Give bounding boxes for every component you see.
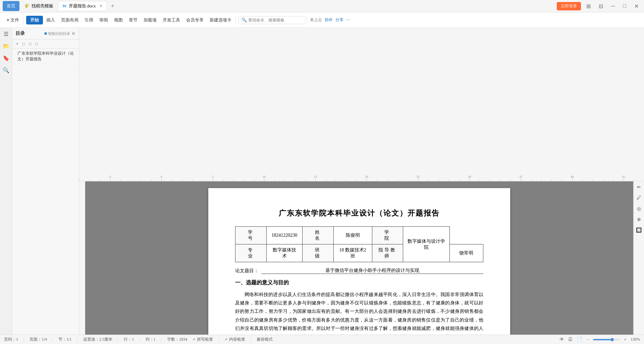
- sidebar-tool-3[interactable]: □: [34, 41, 39, 47]
- row-info: 行：1: [124, 337, 134, 342]
- layout-tab-button[interactable]: 页面布局: [58, 16, 81, 24]
- win-minimize-button[interactable]: ─: [608, 3, 618, 9]
- collab-button[interactable]: 协作: [325, 17, 333, 23]
- document-area: code51.cn-源码乐园盗图必究 广东东软学院本科毕业设计（论文）开题报告 …: [85, 181, 633, 335]
- right-pencil-icon[interactable]: ✏: [635, 183, 643, 191]
- spell-check[interactable]: ✓ 拼写检查: [193, 337, 213, 342]
- membership-tab-button[interactable]: 会员专享: [183, 16, 206, 24]
- win-grid-icon[interactable]: ⊟: [596, 3, 606, 9]
- tab-template[interactable]: 🌾 找稻壳模板: [20, 1, 57, 11]
- view-icon-eye[interactable]: 👁: [559, 337, 564, 342]
- right-circle-icon[interactable]: ◎: [635, 204, 643, 213]
- section1-content[interactable]: 网络和科技的进步以及人们生活条件的提高都让微信小程序越来越平民化，深入日常生活中…: [235, 290, 483, 335]
- view-tab-button[interactable]: 视图: [111, 16, 125, 24]
- search-icon: 🔍: [241, 17, 247, 23]
- review-tab-button[interactable]: 审阅: [97, 16, 111, 24]
- tab-home[interactable]: 首页: [3, 1, 19, 11]
- sidebar-tool-2[interactable]: □: [28, 41, 33, 47]
- label-major: 专 业: [235, 244, 267, 262]
- page-info: 页面：1/4: [30, 337, 47, 342]
- sidebar-tool-add[interactable]: +: [15, 41, 20, 47]
- label-college: 学 院: [372, 227, 403, 244]
- window-controls: 立即登录 ⊞ ⊟ ─ □ ✕: [557, 2, 641, 10]
- view-icon-doc[interactable]: 📄: [577, 337, 582, 342]
- sidebar: 目录 智能识别目录 ✕ + □ □ □ 广东东软学: [12, 28, 79, 335]
- ruler-horizontal: -5051015202530354045: [79, 28, 644, 181]
- sidebar-close-button[interactable]: ✕: [71, 31, 75, 37]
- ref-tab-button[interactable]: 引用: [82, 16, 96, 24]
- sidebar-item[interactable]: 广东东软学院本科毕业设计（论文）开题报告: [12, 49, 79, 64]
- newtab-button[interactable]: 新建选项卡: [207, 16, 234, 24]
- thesis-title-label: 论文题目：: [235, 268, 259, 274]
- zoom-in-button[interactable]: +: [624, 337, 627, 342]
- value-major: 数字媒体技术: [266, 244, 302, 262]
- zoom-level[interactable]: 130%: [631, 337, 640, 342]
- smart-recognize-button[interactable]: 智能识别目录: [44, 31, 70, 36]
- info-table: 学 号 18241220230 姓 名 陈俊明 学 院 数字媒体与设计学院 专: [235, 226, 483, 262]
- smart-recognize-label: 智能识别目录: [48, 31, 70, 36]
- sidebar-tools: + □ □ □: [12, 40, 79, 49]
- chapter-tab-button[interactable]: 章节: [126, 16, 140, 24]
- win-maximize-button[interactable]: □: [620, 3, 629, 9]
- word-count-label: 页码：1: [4, 337, 18, 342]
- search-input[interactable]: [248, 18, 302, 22]
- folder-icon[interactable]: 📁: [1, 41, 11, 51]
- doc-close-icon[interactable]: ✕: [99, 4, 103, 9]
- insert-tab-button[interactable]: 插入: [44, 16, 58, 24]
- file-menu-button[interactable]: ≡ 文件: [4, 16, 22, 24]
- right-box-icon[interactable]: 🔲: [635, 226, 643, 234]
- additem-tab-button[interactable]: 加载项: [141, 16, 159, 24]
- col-info: 列：1: [146, 337, 156, 342]
- nav-group: 开始 插入 页面布局 引用 审阅 视图 章节 加载项 开发工具 会员专享 新建选…: [25, 16, 236, 24]
- content-check[interactable]: ✓ 内容检查: [225, 337, 245, 342]
- zoom-fill: [593, 339, 610, 340]
- label-name: 姓 名: [303, 227, 334, 244]
- tab-doc[interactable]: W 开题报告.docx ✕: [58, 1, 107, 11]
- value-college: 数字媒体与设计学院: [403, 227, 450, 262]
- value-student-id: 18241220230: [266, 227, 302, 244]
- doc-tab-label: 开题报告.docx: [69, 3, 96, 9]
- compat-mode: 兼容模式: [257, 337, 273, 342]
- section-info: 节：1/1: [58, 337, 71, 342]
- file-group: ≡ 文件: [3, 16, 23, 24]
- sidebar-header: 目录 智能识别目录 ✕: [12, 28, 79, 40]
- right-add-icon[interactable]: ⊕: [635, 215, 643, 224]
- zoom-out-button[interactable]: −: [586, 337, 589, 342]
- bookmark-icon[interactable]: 🔖: [1, 53, 11, 63]
- search-box[interactable]: 🔍: [238, 16, 306, 24]
- document-title: 广东东软学院本科毕业设计（论文）开题报告: [235, 208, 483, 218]
- statusbar: 页码：1 | 页面：1/4 | 节：1/1 | 设置值：2.5厘米 | 行：1 …: [0, 335, 644, 344]
- smart-dot: [44, 32, 47, 35]
- zoom-thumb[interactable]: [610, 338, 614, 341]
- outline-icon[interactable]: ☰: [1, 29, 11, 39]
- right-pen-icon[interactable]: 🖊: [635, 193, 643, 202]
- view-icon-lines[interactable]: ☰: [568, 337, 573, 342]
- label-student-id: 学 号: [235, 227, 267, 244]
- devtool-tab-button[interactable]: 开发工具: [160, 16, 183, 24]
- section1-title: 一、选题的意义与目的: [235, 279, 483, 286]
- main-content: ☰ 📁 🔖 🔍 目录 智能识别目录 ✕ +: [0, 28, 644, 335]
- share-button[interactable]: 分享: [335, 17, 343, 23]
- document-page: code51.cn-源码乐园盗图必究 广东东软学院本科毕业设计（论文）开题报告 …: [208, 188, 510, 335]
- start-tab-button[interactable]: 开始: [26, 16, 43, 24]
- cloud-status: 未上云: [310, 17, 322, 23]
- more-button[interactable]: ⋯: [346, 17, 350, 22]
- value-advisor: 饶常明: [449, 244, 483, 262]
- value-name: 陈俊明: [333, 227, 372, 244]
- toolbar: ≡ 文件 开始 插入 页面布局 引用 审阅 视图 章节 加载项 开发工具 会员专…: [0, 12, 644, 28]
- thesis-title-row: 论文题目： 基于微信平台健身小助手小程序的设计与实现: [235, 268, 483, 274]
- main-with-ruler: 目录 智能识别目录 ✕ + □ □ □ 广东东软学: [12, 28, 644, 335]
- setting-info: 设置值：2.5厘米: [83, 337, 112, 342]
- label-advisor: 指导教师: [372, 244, 403, 262]
- find-icon[interactable]: 🔍: [1, 65, 11, 75]
- win-layout-icon[interactable]: ⊞: [584, 3, 593, 9]
- cloud-group: 未上云 协作 分享 ⋯: [309, 17, 352, 23]
- sidebar-item-label: 广东东软学院本科毕业设计（论文）开题报告: [17, 51, 74, 61]
- label-class: 班 级: [303, 244, 334, 262]
- add-tab-button[interactable]: +: [109, 3, 116, 10]
- table-row: 学 号 18241220230 姓 名 陈俊明 学 院 数字媒体与设计学院: [235, 227, 483, 244]
- sidebar-tool-1[interactable]: □: [21, 41, 26, 47]
- register-button[interactable]: 立即登录: [557, 2, 581, 10]
- zoom-slider[interactable]: [593, 339, 620, 340]
- win-close-button[interactable]: ✕: [632, 3, 641, 9]
